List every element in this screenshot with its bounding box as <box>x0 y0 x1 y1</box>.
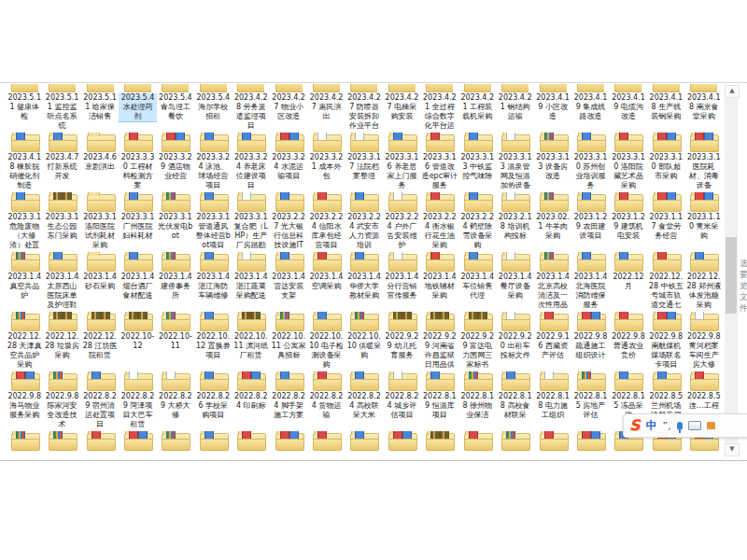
folder-item[interactable] <box>496 312 533 332</box>
folder-item[interactable]: 2022.10-11 <box>157 332 194 368</box>
folder-item[interactable]: 2022.8.29 菏泽项目大巴车租赁 <box>119 392 156 427</box>
folder-item[interactable]: 2023.4.18 生产线装钢采购 <box>647 93 684 129</box>
folder-item[interactable]: 2023.1.4湛江海防车辆维修 <box>194 273 232 308</box>
folder-item[interactable]: 2023.4.27 防喷器安装拆卸作业平台管理 <box>345 93 383 129</box>
folder-item[interactable] <box>458 252 496 273</box>
clipped-folder-item[interactable] <box>383 84 420 93</box>
folder-item[interactable]: 2023.4.27 电梯采购安装 <box>383 93 420 129</box>
folder-item[interactable]: 2023.2.24 信阳水库承包经营项目 <box>307 213 345 248</box>
folder-item[interactable]: 2023.3.10 苏州创业培训服务 <box>571 153 609 189</box>
folder-item[interactable]: 2022.12.28 郑州液体发泡糖采购 <box>685 273 723 308</box>
folder-item[interactable] <box>119 312 156 332</box>
folder-item[interactable]: 2022.12.28 天津真空共晶炉采购 <box>6 332 43 368</box>
scroll-down-arrow-icon[interactable]: ▼ <box>725 443 740 456</box>
folder-item[interactable] <box>345 371 383 392</box>
vertical-scrollbar[interactable]: ▲ ▼ <box>725 85 738 456</box>
folder-item[interactable]: 2022.12月 <box>610 273 647 308</box>
folder-item[interactable]: 2022.8.29 宿州清运处置项目 <box>81 392 119 427</box>
folder-item[interactable] <box>157 192 194 213</box>
folder-item[interactable] <box>43 192 80 213</box>
folder-item[interactable]: 2023.3.24 泳池、球场经营项目 <box>194 153 232 189</box>
clipped-folder-item[interactable] <box>157 84 194 93</box>
folder-item[interactable]: 2022.9.8陈家河安全改造技术 <box>43 392 80 427</box>
folder-item[interactable]: 2022.10.10 供暖采购 <box>345 332 383 368</box>
folder-item[interactable]: 2023.3.21 成本外包 <box>307 153 345 189</box>
folder-item[interactable] <box>307 252 345 273</box>
folder-item[interactable] <box>233 431 270 452</box>
folder-item[interactable]: 2023.4.18 橡胶脱硝催化剂制造 <box>6 153 43 189</box>
folder-item[interactable]: 2022.8.24 脚手架施工方案 <box>270 392 307 427</box>
folder-item[interactable] <box>270 192 307 213</box>
folder-item[interactable] <box>345 192 383 213</box>
folder-item[interactable] <box>43 312 80 332</box>
folder-item[interactable] <box>421 431 458 452</box>
folder-item[interactable]: 2023.1.4湛江蔬菜采购配送 <box>233 273 270 308</box>
folder-item[interactable] <box>157 133 194 153</box>
folder-item[interactable]: 2023.5.11 监控监听点名系统 <box>43 93 80 129</box>
clipped-folder-item[interactable] <box>496 84 533 93</box>
folder-item[interactable] <box>43 371 80 392</box>
folder-item[interactable]: 2023.5.4青岛理工餐饮 <box>157 93 194 129</box>
folder-item[interactable]: 2022.9.8疏通施工组织设计 <box>571 332 609 368</box>
folder-item[interactable] <box>43 431 80 452</box>
folder-item[interactable] <box>81 133 119 153</box>
folder-item[interactable] <box>345 252 383 273</box>
folder-item[interactable] <box>345 312 383 332</box>
folder-item[interactable] <box>647 371 684 392</box>
folder-item[interactable] <box>119 431 156 452</box>
folder-item[interactable] <box>81 371 119 392</box>
folder-item[interactable] <box>534 431 571 452</box>
folder-item[interactable]: 2023.4.21 钢结构运输 <box>496 93 533 129</box>
folder-item[interactable] <box>233 312 270 332</box>
folder-item[interactable]: 2023.2.18 培训机构投标 <box>496 213 533 248</box>
folder-item[interactable] <box>81 431 119 452</box>
folder-item[interactable] <box>119 371 156 392</box>
folder-item[interactable] <box>458 192 496 213</box>
folder-item[interactable]: 2022.8.24 城乡评估项目 <box>383 392 420 427</box>
clipped-folder-item[interactable] <box>345 84 383 93</box>
folder-item[interactable] <box>571 133 609 153</box>
folder-item[interactable] <box>458 133 496 153</box>
folder-item[interactable]: 2023.1.4太原西山医院床单及护理鞋采购 <box>43 273 80 308</box>
folder-item[interactable] <box>6 252 43 273</box>
folder-item[interactable] <box>43 252 80 273</box>
toolbox-icon[interactable] <box>707 422 715 429</box>
folder-item[interactable]: 2023.1.4北京高校清洁及一次性用品采购 <box>534 273 571 308</box>
folder-item[interactable]: 2023.4.18 南京食堂采购 <box>685 93 723 129</box>
folder-item[interactable] <box>119 133 156 153</box>
folder-item[interactable]: 2022.8.26 学校采购项目 <box>194 392 232 427</box>
clipped-folder-item[interactable] <box>119 84 156 93</box>
folder-item[interactable] <box>534 252 571 273</box>
folder-item[interactable]: 2023.3.16 管道改造epc审计服务 <box>421 153 458 189</box>
folder-item[interactable] <box>6 312 43 332</box>
sogou-logo-icon[interactable]: S <box>629 415 641 436</box>
folder-item[interactable]: 2023.1.29 建筑机电安装 <box>610 213 647 248</box>
folder-item[interactable] <box>345 133 383 153</box>
folder-item[interactable]: 2023.3.29 酒店物业经营 <box>157 153 194 189</box>
folder-item[interactable]: 2023.4.6京剧演出 <box>81 153 119 189</box>
folder-item[interactable]: 2023.1.29 农田建设项目 <box>571 213 609 248</box>
folder-item[interactable]: 2023.3.1生态公园东门采购 <box>43 213 80 248</box>
folder-item[interactable]: 2023.5.11 健康体检 <box>6 93 43 129</box>
folder-item[interactable]: 2023.1.4餐厅设备采购 <box>496 273 533 308</box>
folder-item[interactable] <box>647 252 684 273</box>
folder-item[interactable]: 2022.9.8南航煤机煤场联名卡项目 <box>647 332 684 368</box>
folder-item[interactable]: 2023.4.19 小区改造 <box>534 93 571 129</box>
folder-item[interactable] <box>647 312 684 332</box>
folder-item[interactable] <box>610 192 647 213</box>
clipped-folder-item[interactable] <box>233 84 270 93</box>
folder-item[interactable]: 2023.1.17 食堂劳务经营 <box>647 213 684 248</box>
folder-item[interactable] <box>496 192 533 213</box>
folder-item[interactable] <box>270 252 307 273</box>
folder-item[interactable] <box>383 431 420 452</box>
folder-item[interactable] <box>458 312 496 332</box>
folder-item[interactable] <box>119 252 156 273</box>
folder-item[interactable]: 2022.8.18 徐州物业保洁 <box>458 392 496 427</box>
folder-item[interactable]: 2023.3.24 养老床位建设项目 <box>233 153 270 189</box>
folder-item[interactable] <box>421 192 458 213</box>
folder-item[interactable] <box>685 192 723 213</box>
folder-item[interactable]: 2023.3.17 法院档案整理 <box>345 153 383 189</box>
folder-item[interactable]: 2022.8.18 高校食材联采 <box>496 392 533 427</box>
folder-item[interactable]: 2023.3.1广州医院妇科耗材 <box>119 213 156 248</box>
folder-item[interactable] <box>307 192 345 213</box>
